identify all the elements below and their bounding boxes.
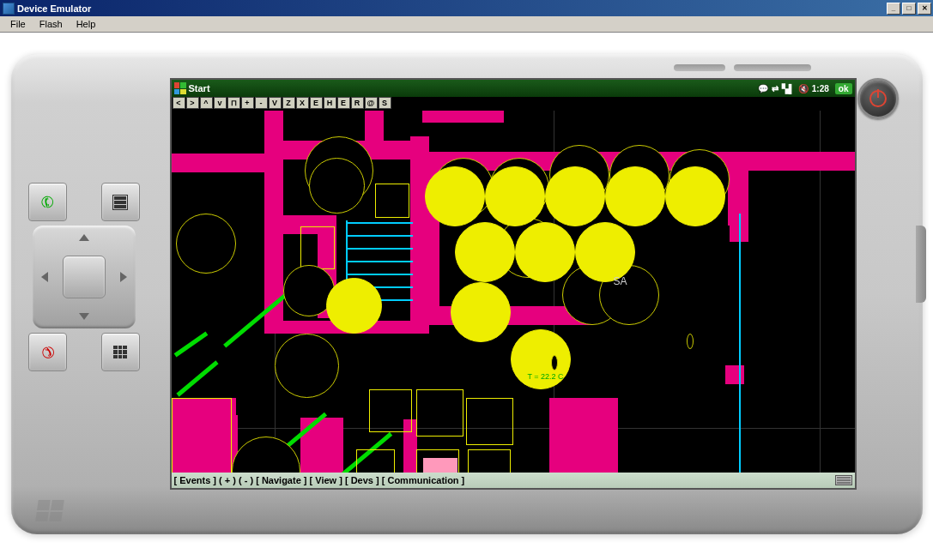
menu-flash[interactable]: Flash — [33, 17, 70, 31]
device-screen: Start 💬 ⇄ ▚▌ 🔇 1:28 ok < > ^ v ⊓ + — [170, 78, 857, 490]
dpad-left[interactable] — [41, 272, 48, 282]
outline-rect — [375, 184, 409, 218]
dpad-up[interactable] — [79, 234, 89, 241]
plan-ellipse — [551, 355, 558, 370]
tool-box[interactable]: ⊓ — [227, 97, 240, 109]
tool-minus[interactable]: - — [255, 97, 268, 109]
cmd-events[interactable]: [ Events ] — [174, 475, 217, 485]
clock-display[interactable]: 1:28 — [812, 84, 829, 93]
sync-icon[interactable]: ⇄ — [772, 84, 779, 93]
start-label[interactable]: Start — [189, 83, 210, 93]
menu-file[interactable]: File — [3, 17, 33, 31]
emulator-area: ✆ ✆ Start — [0, 33, 933, 559]
plan-circle — [275, 334, 339, 398]
barcode-icon — [112, 195, 128, 210]
floor-plan-canvas[interactable]: SA T = 22.2 C — [172, 111, 855, 473]
minimize-button[interactable]: _ — [887, 3, 900, 15]
tool-x[interactable]: X — [296, 97, 309, 109]
plan-circle-lit — [665, 166, 725, 226]
close-button[interactable]: ✕ — [918, 3, 931, 15]
top-notch-1 — [734, 64, 811, 71]
plan-ellipse — [687, 334, 694, 349]
stair-line — [348, 222, 413, 224]
start-icon[interactable] — [174, 82, 186, 94]
call-button[interactable]: ✆ — [28, 183, 67, 221]
power-button[interactable] — [857, 78, 899, 119]
tool-up[interactable]: ^ — [200, 97, 213, 109]
tool-r[interactable]: R — [351, 97, 364, 109]
scan-button[interactable] — [101, 183, 140, 221]
cmd-navigate[interactable]: [ Navigate ] — [256, 475, 306, 485]
stair-line — [348, 261, 413, 262]
tool-right[interactable]: > — [186, 97, 199, 109]
phone-green-icon: ✆ — [37, 190, 58, 214]
wall — [422, 111, 504, 123]
tool-v[interactable]: V — [269, 97, 282, 109]
green-line — [176, 360, 218, 396]
app-icon — [3, 3, 15, 15]
pink-block — [423, 458, 457, 473]
chat-icon[interactable]: 💬 — [758, 84, 768, 93]
menu-bar: File Flash Help — [0, 16, 933, 33]
dpad-down[interactable] — [79, 313, 89, 320]
volume-icon[interactable]: 🔇 — [798, 84, 809, 93]
wall — [365, 111, 384, 149]
plan-circle — [176, 214, 236, 274]
top-notch-2 — [674, 64, 725, 71]
wm-bottom-bar: [ Events ] ( + ) ( - ) [ Navigate ] [ Vi… — [172, 473, 855, 488]
dpad-center[interactable] — [63, 256, 106, 298]
wm-top-bar: Start 💬 ⇄ ▚▌ 🔇 1:28 ok — [172, 80, 855, 97]
cmd-comm[interactable]: [ Communication ] — [382, 475, 465, 485]
window-title: Device Emulator — [17, 3, 887, 14]
stair-line — [348, 248, 413, 250]
wall — [730, 152, 855, 171]
wall — [549, 398, 618, 473]
plan-circle-lit — [326, 278, 382, 334]
tool-h[interactable]: H — [324, 97, 336, 109]
plan-circle-lit — [515, 222, 575, 282]
keyboard-icon[interactable] — [835, 475, 852, 485]
dpad[interactable] — [33, 226, 136, 328]
plan-circle-lit — [455, 222, 515, 282]
tool-at[interactable]: @ — [365, 97, 378, 109]
outline-rect — [416, 389, 463, 437]
tool-s[interactable]: S — [379, 97, 391, 109]
cmd-plus[interactable]: ( + ) — [219, 475, 236, 485]
plan-circle-lit — [605, 166, 665, 226]
outline-rect — [369, 389, 412, 432]
maximize-button[interactable]: □ — [902, 3, 916, 15]
phone-red-icon: ✆ — [36, 341, 58, 364]
tool-e2[interactable]: E — [337, 97, 350, 109]
tool-plus[interactable]: + — [241, 97, 254, 109]
wall — [728, 166, 747, 226]
keypad-button[interactable] — [101, 333, 140, 371]
side-notch — [916, 226, 926, 303]
window-controls: _ □ ✕ — [887, 3, 931, 15]
outline-rect — [172, 398, 232, 473]
plan-circle-lit — [425, 166, 485, 226]
menu-help[interactable]: Help — [70, 17, 103, 31]
tool-z[interactable]: Z — [282, 97, 295, 109]
outline-rect — [300, 226, 335, 269]
dpad-right[interactable] — [120, 272, 127, 282]
label-sa: SA — [614, 275, 627, 287]
plan-circle — [309, 158, 365, 214]
cmd-devs[interactable]: [ Devs ] — [345, 475, 379, 485]
tool-left[interactable]: < — [173, 97, 185, 109]
wall — [725, 365, 744, 384]
ok-button[interactable]: ok — [835, 83, 852, 94]
temperature-display: T = 22.2 C — [528, 372, 564, 381]
hangup-button[interactable]: ✆ — [28, 333, 67, 371]
toolbar-strip: < > ^ v ⊓ + - V Z X E H E R @ S — [172, 97, 855, 111]
cyan-line — [739, 214, 741, 473]
cmd-view[interactable]: [ View ] — [310, 475, 342, 485]
outline-rect — [356, 449, 395, 473]
cmd-minus[interactable]: ( - ) — [239, 475, 253, 485]
tool-e1[interactable]: E — [310, 97, 323, 109]
window-titlebar: Device Emulator _ □ ✕ — [0, 0, 933, 16]
hardware-controls: ✆ ✆ — [28, 183, 140, 406]
plan-circle-lit — [485, 166, 545, 226]
status-icons: 💬 ⇄ ▚▌ 🔇 1:28 ok — [758, 83, 852, 94]
tool-down[interactable]: v — [214, 97, 227, 109]
signal-icon[interactable]: ▚▌ — [782, 84, 795, 93]
